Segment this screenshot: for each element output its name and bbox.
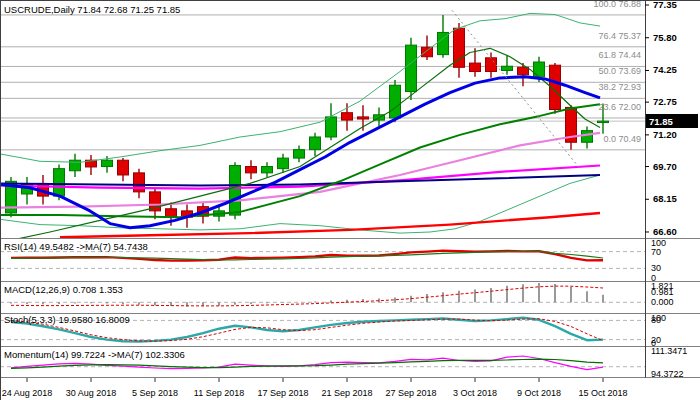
candle-up bbox=[262, 167, 273, 173]
stoch-panel-label: Stoch(5,3,3) 19.9580 16.8009 bbox=[4, 315, 130, 325]
date-axis-label: 3 Oct 2018 bbox=[453, 389, 497, 398]
price-axis-label: 69.70 bbox=[653, 162, 677, 172]
fib-label: 76.4 75.37 bbox=[598, 32, 641, 41]
candle-up bbox=[406, 45, 417, 91]
momentum-panel-label: Momentum(14) 99.7224 ->MA(7) 102.3306 bbox=[4, 350, 185, 360]
candle-down bbox=[342, 113, 353, 120]
trading-chart-window: USCRUDE,Daily 71.84 72.68 71.25 71.85 RS… bbox=[0, 0, 700, 400]
overlay-bollinger-upper[interactable] bbox=[0, 13, 600, 162]
date-axis-label: 30 Aug 2018 bbox=[66, 389, 117, 398]
date-axis-label: 11 Sep 2018 bbox=[194, 389, 244, 398]
candle-up bbox=[390, 85, 401, 118]
candle-down bbox=[246, 167, 257, 173]
candle-down bbox=[470, 63, 481, 71]
price-axis-label: 74.25 bbox=[653, 66, 677, 76]
overlay-ma-navy[interactable] bbox=[0, 175, 600, 186]
fib-label: 50.0 73.69 bbox=[598, 67, 641, 76]
price-axis-label: 68.15 bbox=[653, 195, 677, 205]
candle-down bbox=[518, 67, 529, 74]
date-axis-label: 15 Oct 2018 bbox=[578, 389, 627, 398]
candle-up bbox=[582, 131, 593, 143]
candle-down bbox=[358, 117, 369, 119]
candle-down bbox=[486, 58, 497, 72]
date-axis-label: 5 Sep 2018 bbox=[132, 389, 178, 398]
date-axis-label: 9 Oct 2018 bbox=[517, 389, 561, 398]
fib-label: 38.2 72.93 bbox=[598, 83, 641, 92]
fib-label: 0.0 70.49 bbox=[603, 135, 641, 144]
chart-title: USCRUDE,Daily 71.84 72.68 71.25 71.85 bbox=[4, 4, 180, 15]
chart-canvas[interactable] bbox=[0, 0, 700, 400]
macd-axis-label: 0.981 bbox=[651, 287, 674, 296]
candle-down bbox=[422, 47, 433, 57]
stoch-axis-label: 80 bbox=[651, 316, 661, 325]
rsi-panel-label: RSI(14) 49.5482 ->MA(7) 54.7438 bbox=[4, 242, 148, 252]
price-axis-label: 66.60 bbox=[653, 227, 677, 237]
date-axis-label: 27 Sep 2018 bbox=[385, 389, 436, 398]
price-axis-label: 72.75 bbox=[653, 97, 677, 107]
candle-up bbox=[598, 121, 609, 122]
candle-up bbox=[326, 117, 337, 137]
main-price-panel[interactable] bbox=[0, 10, 645, 242]
macd-axis-label: 0.000 bbox=[651, 298, 674, 307]
candle-up bbox=[278, 158, 289, 169]
momentum-axis-label: 94.3722 bbox=[651, 370, 684, 379]
date-axis-label: 21 Sep 2018 bbox=[321, 389, 372, 398]
price-axis-label: 75.80 bbox=[653, 33, 677, 43]
candle-up bbox=[102, 160, 113, 166]
fib-label: 23.6 72.00 bbox=[598, 103, 641, 112]
candle-down bbox=[118, 160, 129, 175]
candle-up bbox=[230, 165, 241, 215]
current-price-badge: 71.85 bbox=[646, 114, 698, 128]
macd-panel-label: MACD(12,26,9) 0.708 1.353 bbox=[4, 285, 123, 295]
candle-up bbox=[534, 62, 545, 77]
rsi-axis-label: 70 bbox=[651, 247, 661, 256]
rsi-panel[interactable] bbox=[0, 251, 645, 269]
price-axis-label: 71.20 bbox=[653, 130, 677, 140]
candle-up bbox=[310, 137, 321, 150]
candle-up bbox=[502, 66, 513, 70]
price-axis-label: 77.35 bbox=[653, 0, 677, 10]
date-axis-label: 24 Aug 2018 bbox=[2, 389, 53, 398]
momentum-axis-label: 111.3471 bbox=[651, 347, 687, 356]
candle-down bbox=[166, 209, 177, 217]
fib-label: 61.8 74.44 bbox=[598, 51, 641, 60]
candle-up bbox=[54, 169, 65, 196]
date-axis-label: 17 Sep 2018 bbox=[257, 389, 308, 398]
candle-up bbox=[294, 150, 305, 158]
fib-label: 100.0 76.88 bbox=[593, 0, 641, 9]
